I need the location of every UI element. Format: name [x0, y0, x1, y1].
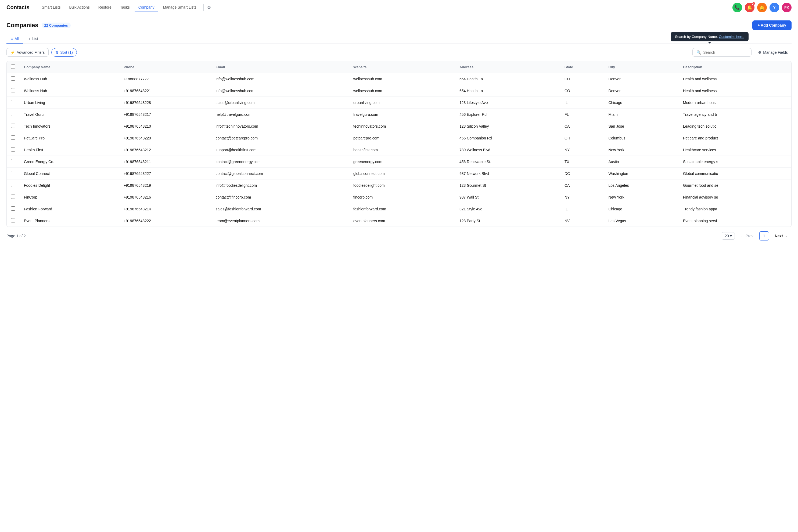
filters-left: ⚡ Advanced Filters ⇅ Sort (1) — [6, 48, 77, 57]
row-checkbox-1[interactable] — [11, 88, 15, 92]
cell-phone: +919876543219 — [119, 179, 211, 191]
add-company-button[interactable]: + Add Company — [752, 20, 792, 30]
col-city: City — [604, 61, 679, 73]
next-button[interactable]: Next → — [771, 232, 792, 240]
row-checkbox-2[interactable] — [11, 100, 15, 104]
row-checkbox-11[interactable] — [11, 206, 15, 211]
table-row: Green Energy Co. +919876543211 contact@g… — [7, 156, 791, 168]
row-checkbox-cell — [7, 191, 20, 203]
tab-smart-lists[interactable]: Smart Lists — [38, 3, 64, 12]
cell-email: help@travelguru.com — [211, 109, 349, 120]
cell-address: 654 Health Ln — [455, 85, 560, 97]
cell-state: IL — [560, 203, 604, 215]
per-page-select[interactable]: 20 ▾ — [722, 232, 735, 240]
top-bar: Contacts Smart Lists Bulk Actions Restor… — [0, 0, 798, 15]
cell-description: Health and wellness — [679, 85, 791, 97]
table-row: Event Planners +919876543222 team@eventp… — [7, 215, 791, 227]
cell-name: Health First — [20, 144, 119, 156]
tab-bulk-actions[interactable]: Bulk Actions — [65, 3, 94, 12]
filter-icon: ⚡ — [11, 50, 15, 55]
row-checkbox-cell — [7, 97, 20, 109]
row-checkbox-10[interactable] — [11, 194, 15, 199]
cell-description: Modern urban housi — [679, 97, 791, 109]
companies-table: Company Name Phone Email Website Address… — [7, 61, 791, 227]
col-address: Address — [455, 61, 560, 73]
companies-title-row: Companies 22 Companies — [6, 22, 71, 29]
cell-name: Foodies Delight — [20, 179, 119, 191]
view-tab-list[interactable]: + List — [24, 34, 42, 43]
table-row: FinCorp +919876543216 contact@fincorp.co… — [7, 191, 791, 203]
avatar-icon-btn[interactable]: PK — [782, 3, 792, 12]
row-checkbox-3[interactable] — [11, 112, 15, 116]
arrow-right-icon: → — [784, 234, 788, 238]
sort-button[interactable]: ⇅ Sort (1) — [51, 48, 77, 57]
prev-button[interactable]: ← Prev — [737, 232, 757, 240]
select-all-checkbox[interactable] — [11, 64, 15, 69]
cell-name: Global Connect — [20, 168, 119, 179]
row-checkbox-9[interactable] — [11, 183, 15, 187]
table-row: Foodies Delight +919876543219 info@foodi… — [7, 179, 791, 191]
cell-description: Leading tech solutio — [679, 120, 791, 132]
notification-badge: 1 — [752, 2, 756, 5]
col-phone: Phone — [119, 61, 211, 73]
cell-phone: +919876543212 — [119, 144, 211, 156]
table-row: Global Connect +919876543227 contact@glo… — [7, 168, 791, 179]
help-icon-btn[interactable]: ? — [770, 3, 779, 12]
cell-website: globalconnect.com — [349, 168, 455, 179]
row-checkbox-12[interactable] — [11, 218, 15, 223]
cell-state: CO — [560, 73, 604, 85]
search-input[interactable] — [703, 50, 747, 55]
top-bar-icons: 📞 🔔 1 🔔 ? PK — [733, 3, 792, 12]
tab-restore[interactable]: Restore — [95, 3, 115, 12]
cell-website: healthfirst.com — [349, 144, 455, 156]
cell-phone: +919876543221 — [119, 85, 211, 97]
cell-address: 456 Explorer Rd — [455, 109, 560, 120]
cell-website: eventplanners.com — [349, 215, 455, 227]
cell-state: IL — [560, 97, 604, 109]
companies-title: Companies — [6, 22, 38, 29]
row-checkbox-7[interactable] — [11, 159, 15, 163]
nav-tabs: Smart Lists Bulk Actions Restore Tasks C… — [38, 3, 733, 12]
manage-fields-button[interactable]: ⚙ Manage Fields — [754, 49, 792, 56]
customize-link[interactable]: Customize here. — [719, 35, 744, 39]
cell-name: PetCare Pro — [20, 132, 119, 144]
cell-city: Austin — [604, 156, 679, 168]
tab-company[interactable]: Company — [135, 3, 158, 12]
row-checkbox-8[interactable] — [11, 171, 15, 175]
cell-city: Chicago — [604, 97, 679, 109]
col-email: Email — [211, 61, 349, 73]
companies-table-wrapper: Company Name Phone Email Website Address… — [6, 61, 792, 227]
table-row: Wellness Hub +919876543221 info@wellness… — [7, 85, 791, 97]
nav-divider — [203, 4, 204, 11]
cell-phone: +919876543210 — [119, 120, 211, 132]
notification-icon-btn[interactable]: 🔔 1 — [745, 3, 755, 12]
search-icon: 🔍 — [697, 50, 701, 55]
cell-address: 123 Lifestyle Ave — [455, 97, 560, 109]
cell-city: San Jose — [604, 120, 679, 132]
filters-row: ⚡ Advanced Filters ⇅ Sort (1) Search by … — [6, 48, 792, 57]
row-checkbox-0[interactable] — [11, 76, 15, 81]
cell-name: Urban Living — [20, 97, 119, 109]
row-checkbox-4[interactable] — [11, 124, 15, 128]
row-checkbox-6[interactable] — [11, 147, 15, 152]
pagination-right: 20 ▾ ← Prev 1 Next → — [722, 231, 792, 241]
cell-address: 987 Wall St — [455, 191, 560, 203]
phone-icon-btn[interactable]: 📞 — [733, 3, 742, 12]
settings-icon[interactable]: ⚙ — [207, 4, 211, 11]
cell-website: fincorp.com — [349, 191, 455, 203]
alert-icon-btn[interactable]: 🔔 — [757, 3, 767, 12]
cell-address: 654 Health Ln — [455, 73, 560, 85]
tab-manage-smart-lists[interactable]: Manage Smart Lists — [159, 3, 201, 12]
row-checkbox-cell — [7, 73, 20, 85]
row-checkbox-5[interactable] — [11, 135, 15, 140]
cell-name: Event Planners — [20, 215, 119, 227]
advanced-filters-button[interactable]: ⚡ Advanced Filters — [6, 48, 49, 57]
main-content: Companies 22 Companies + Add Company ≡ A… — [0, 15, 798, 246]
cell-phone: +919876543220 — [119, 132, 211, 144]
tab-tasks[interactable]: Tasks — [116, 3, 134, 12]
cell-phone: +919876543211 — [119, 156, 211, 168]
arrow-left-icon: ← — [741, 234, 744, 238]
view-tab-all[interactable]: ≡ All — [6, 34, 23, 43]
select-all-col — [7, 61, 20, 73]
companies-badge: 22 Companies — [42, 23, 71, 28]
